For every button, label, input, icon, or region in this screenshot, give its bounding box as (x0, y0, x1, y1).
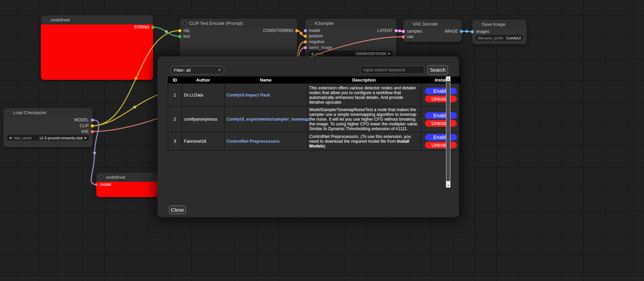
extension-table: ID Author Name Description Install 1 Dr.… (168, 76, 461, 151)
extension-install-cell: Enable Uninstall (421, 84, 461, 107)
node-collapse-dot[interactable] (44, 18, 48, 22)
input-label: model (309, 28, 320, 33)
node-title: undefined (50, 17, 70, 22)
input-dot-images[interactable] (471, 30, 474, 33)
filename-prefix-widget[interactable]: filename_prefix ComfyUI (476, 35, 523, 41)
output-label: LATENT (377, 28, 393, 33)
extension-install-cell: Enable Uninstall (421, 107, 461, 132)
scrollbar[interactable]: ▲ ▼ (446, 76, 450, 188)
node-collapse-dot[interactable] (308, 21, 312, 25)
node-title: CLIP Text Encode (Prompt) (189, 21, 243, 26)
header-name: Name (225, 77, 307, 84)
extension-name-link[interactable]: ComfyUI Impact Pack (227, 93, 270, 98)
scroll-up-button[interactable]: ▲ (446, 76, 450, 81)
extension-table-wrap: ID Author Name Description Install 1 Dr.… (168, 76, 450, 188)
input-dot-model[interactable] (304, 29, 307, 32)
input-label: images (476, 29, 489, 34)
manager-dialog: Filter: all ▼ Search ID Author Name Desc… (158, 56, 459, 217)
node-title: Save Image (482, 22, 505, 27)
uninstall-button[interactable]: Uninstall (425, 142, 457, 148)
scroll-down-icon: ▼ (447, 184, 449, 187)
input-label: model (100, 182, 111, 187)
output-dot-clip[interactable] (91, 124, 94, 127)
output-dot-image[interactable] (460, 30, 463, 33)
header-author: Author (182, 77, 225, 84)
filter-dropdown-label: Filter: all (174, 68, 191, 73)
table-row: 1 Dr.Lt.Data ComfyUI Impact Pack This ex… (168, 84, 461, 107)
node-collapse-dot[interactable] (183, 21, 186, 25)
header-description: Description (307, 77, 421, 84)
input-label: vae (407, 34, 413, 39)
uninstall-button[interactable]: Uninstall (425, 120, 457, 127)
header-install: Install (421, 77, 461, 84)
output-dot-vae[interactable] (91, 130, 94, 133)
output-dot-latent[interactable] (395, 29, 398, 32)
table-row: 3 Fannovel16 ControlNet Preprocessors Co… (168, 132, 461, 151)
output-label: CONDITIONING (263, 28, 293, 33)
node-vae-decode[interactable]: VAE Decode samples vae IMAGE (403, 19, 462, 42)
output-label: VAE (81, 129, 89, 134)
extension-name-link[interactable]: ControlNet Preprocessors (227, 139, 280, 144)
ckpt-name-widget[interactable]: ◀ ckpt_name v1-5-pruned-emaonly.ckpt ▶ (7, 135, 89, 141)
enable-button[interactable]: Enable (425, 112, 457, 119)
increment-arrow-icon[interactable]: ▶ (389, 51, 391, 56)
next-arrow-icon[interactable]: ▶ (85, 135, 87, 141)
output-dot-string[interactable] (151, 26, 154, 29)
extension-description-cell: ControlNet Preprocessors. (To use this e… (307, 132, 421, 151)
node-title: KSampler (315, 21, 334, 26)
input-dot-text[interactable] (178, 35, 181, 38)
node-collapse-dot[interactable] (475, 22, 479, 26)
output-label: IMAGE (445, 29, 458, 34)
output-dot-model[interactable] (91, 119, 94, 122)
widget-value: ComfyUI (506, 36, 521, 40)
node-title: Load Checkpoint (13, 110, 46, 115)
node-collapse-dot[interactable] (406, 22, 410, 26)
enable-button[interactable]: Enable (425, 88, 457, 94)
filter-dropdown[interactable]: Filter: all ▼ (170, 66, 225, 74)
canvas-edge-line (638, 0, 639, 281)
node-undefined-string[interactable]: undefined STRING (41, 15, 153, 80)
canvas-bottom-line (0, 278, 644, 278)
previous-arrow-icon[interactable]: ◀ (9, 135, 11, 141)
input-dot-samples[interactable] (402, 30, 405, 33)
input-dot-model[interactable] (95, 183, 98, 186)
header-id: ID (168, 77, 182, 84)
seed-widget[interactable]: ◀ seed 156680208700286 ▶ (309, 51, 393, 56)
uninstall-button[interactable]: Uninstall (425, 95, 457, 102)
node-ksampler[interactable]: KSampler model positive negative latent_… (305, 19, 396, 59)
enable-button[interactable]: Enable (425, 134, 457, 141)
decrement-arrow-icon[interactable]: ◀ (311, 51, 313, 56)
widget-label: filename_prefix (478, 36, 503, 40)
scrollbar-thumb[interactable] (446, 81, 450, 181)
widget-value: v1-5-pruned-emaonly.ckpt (39, 136, 83, 140)
input-label: latent_image (309, 45, 332, 50)
extension-id-cell: 1 (168, 84, 182, 107)
search-button[interactable]: Search (427, 65, 448, 75)
input-dot-vae[interactable] (402, 35, 405, 38)
input-label: samples (407, 29, 422, 34)
close-button[interactable]: Close (169, 206, 186, 214)
node-load-checkpoint[interactable]: Load Checkpoint MODEL CLIP VAE ◀ ckpt_na… (3, 108, 93, 147)
node-undefined-model[interactable]: undefined model (96, 173, 168, 197)
extension-install-cell: Enable Uninstall (421, 132, 461, 151)
node-collapse-dot[interactable] (99, 175, 103, 179)
search-input[interactable] (360, 66, 424, 74)
output-label: MODEL (74, 118, 89, 122)
node-collapse-dot[interactable] (6, 111, 10, 115)
node-save-image[interactable]: Save Image images filename_prefix ComfyU… (472, 20, 527, 44)
input-dot-clip[interactable] (178, 29, 181, 32)
node-clip-text-encode[interactable]: CLIP Text Encode (Prompt) clip text COND… (180, 19, 297, 59)
node-title: undefined (106, 175, 125, 180)
scroll-down-button[interactable]: ▼ (446, 183, 450, 188)
widget-label: ckpt_name (13, 136, 32, 140)
extension-author-cell: Dr.Lt.Data (182, 84, 225, 107)
output-dot-conditioning[interactable] (295, 29, 298, 32)
extension-name-link[interactable]: ComfyUI_experiments/sampler_tonemap (227, 117, 309, 122)
input-label: text (183, 34, 190, 39)
input-dot-negative[interactable] (304, 40, 307, 43)
widget-value: 156680208700286 (355, 52, 386, 56)
extension-id-cell: 2 (168, 107, 182, 132)
input-label: negative (309, 39, 324, 44)
input-dot-latent-image[interactable] (304, 46, 307, 49)
input-dot-positive[interactable] (304, 35, 307, 38)
